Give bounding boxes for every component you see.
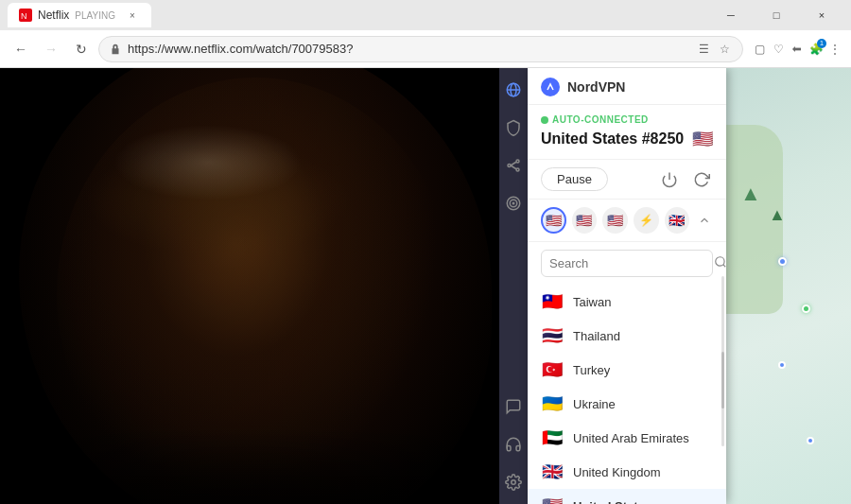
url-text: https://www.netflix.com/watch/70079583? <box>128 42 353 56</box>
map-background: ▲ ▲ <box>726 68 851 504</box>
flag-turkey: 🇹🇷 <box>541 359 564 380</box>
svg-point-6 <box>516 168 519 171</box>
map-dot-blue-1 <box>778 257 787 266</box>
status-dot <box>541 116 548 124</box>
svg-text:N: N <box>21 11 27 20</box>
tab-subtitle: PLAYING <box>75 10 115 21</box>
panel-scrollbar[interactable] <box>721 276 724 446</box>
refresh-icon[interactable] <box>690 168 713 191</box>
power-icon[interactable] <box>658 168 681 191</box>
list-item[interactable]: 🇦🇪 United Arab Emirates <box>528 421 726 455</box>
svg-line-7 <box>511 162 516 165</box>
sidebar-chat-icon[interactable] <box>503 396 524 417</box>
back-button[interactable]: ← <box>8 36 34 62</box>
svg-line-8 <box>511 165 516 169</box>
browser-chrome: N Netflix PLAYING × ─ □ × ← → ↻ https://… <box>0 0 851 68</box>
flag-taiwan: 🇹🇼 <box>541 291 564 312</box>
server-name: United States #8250 <box>541 130 684 148</box>
svg-point-15 <box>716 257 724 266</box>
list-item[interactable]: 🇺🇸 United States <box>528 489 726 504</box>
list-item[interactable]: 🇹🇼 Taiwan <box>528 285 726 319</box>
map-dot-green <box>802 304 810 313</box>
quick-connect-us3[interactable]: 🇺🇸 <box>602 207 628 234</box>
list-item[interactable]: 🇺🇦 Ukraine <box>528 387 726 421</box>
scrollbar-thumb[interactable] <box>721 352 724 408</box>
map-area: ▲ ▲ <box>726 68 851 504</box>
refresh-button[interactable]: ↻ <box>68 36 95 62</box>
address-bar-icons: ☰ ☆ <box>695 41 733 58</box>
quick-connect-row: 🇺🇸 🇺🇸 🇺🇸 ⚡ 🇬🇧 <box>528 200 726 242</box>
search-box[interactable] <box>541 250 713 277</box>
nordvpn-logo <box>541 78 560 96</box>
search-icon[interactable] <box>714 255 726 271</box>
map-dot-blue-3 <box>807 437 814 444</box>
close-button[interactable]: × <box>800 0 843 30</box>
flag-us: 🇺🇸 <box>541 495 564 504</box>
lock-icon <box>109 43 122 56</box>
menu-icon[interactable]: ⋮ <box>826 41 843 58</box>
tab-favicon: N <box>19 9 32 22</box>
sidebar-settings-icon[interactable] <box>503 472 524 493</box>
minimize-button[interactable]: ─ <box>709 0 753 30</box>
svg-point-5 <box>516 160 519 163</box>
list-item[interactable]: 🇹🇷 Turkey <box>528 353 726 387</box>
navigation-bar: ← → ↻ https://www.netflix.com/watch/7007… <box>0 30 851 68</box>
window-controls: ─ □ × <box>709 0 843 30</box>
quick-connect-expand[interactable] <box>695 211 713 230</box>
list-item[interactable]: 🇬🇧 United Kingdom <box>528 455 726 489</box>
flag-ukraine: 🇺🇦 <box>541 393 564 414</box>
list-item[interactable]: 🇹🇭 Thailand <box>528 319 726 353</box>
share-icon[interactable]: ⬆ <box>789 41 806 58</box>
tree-icon-1: ▲ <box>740 182 761 206</box>
flag-uae: 🇦🇪 <box>541 427 564 448</box>
sidebar-nodes-icon[interactable] <box>503 155 524 176</box>
tab-close-button[interactable]: × <box>125 8 140 23</box>
quick-connect-us2[interactable]: 🇺🇸 <box>572 207 598 234</box>
quick-connect-lightning[interactable]: ⚡ <box>634 207 659 234</box>
quick-connect-us1[interactable]: 🇺🇸 <box>541 207 566 234</box>
maximize-button[interactable]: □ <box>755 0 798 30</box>
nordvpn-sidebar <box>499 68 528 504</box>
flag-thailand: 🇹🇭 <box>541 325 564 346</box>
action-row: Pause <box>528 160 726 200</box>
tab-title: Netflix <box>38 9 69 22</box>
tree-icon-2: ▲ <box>769 205 786 225</box>
screenshot-icon[interactable]: ▢ <box>751 41 768 58</box>
svg-point-12 <box>512 480 516 485</box>
reader-icon[interactable]: ☰ <box>695 41 712 58</box>
auto-connected-badge: AUTO-CONNECTED <box>541 114 713 125</box>
panel-header: NordVPN <box>528 68 726 105</box>
connection-section: AUTO-CONNECTED United States #8250 🇺🇸 <box>528 105 726 160</box>
sidebar-shield-icon[interactable] <box>503 117 524 138</box>
nav-right-buttons: ▢ ♡ ⬆ 🧩 1 ⋮ <box>751 41 843 58</box>
address-bar[interactable]: https://www.netflix.com/watch/70079583? … <box>98 36 743 62</box>
svg-line-16 <box>723 265 726 268</box>
panel-title: NordVPN <box>567 79 625 95</box>
server-name-row: United States #8250 🇺🇸 <box>541 129 713 149</box>
favorites-icon[interactable]: ♡ <box>770 41 787 58</box>
sidebar-globe-icon[interactable] <box>503 79 524 100</box>
sidebar-target-icon[interactable] <box>503 193 524 214</box>
country-name-thailand: Thailand <box>573 329 620 343</box>
sidebar-headset-icon[interactable] <box>503 434 524 455</box>
country-list: 🇹🇼 Taiwan 🇹🇭 Thailand 🇹🇷 Turkey 🇺🇦 Ukrai… <box>528 285 726 504</box>
browser-tab[interactable]: N Netflix PLAYING × <box>8 3 151 27</box>
search-input[interactable] <box>549 256 708 270</box>
country-name-us: United States <box>573 499 651 505</box>
bookmark-icon[interactable]: ☆ <box>716 41 733 58</box>
country-name-uae: United Arab Emirates <box>573 431 689 445</box>
extensions-icon[interactable]: 🧩 1 <box>808 41 825 58</box>
country-name-ukraine: Ukraine <box>573 397 616 411</box>
quick-connect-uk[interactable]: 🇬🇧 <box>665 207 690 234</box>
svg-point-13 <box>544 80 557 94</box>
svg-point-4 <box>508 165 511 167</box>
flag-uk: 🇬🇧 <box>541 461 564 482</box>
forward-button[interactable]: → <box>38 36 64 62</box>
server-flag: 🇺🇸 <box>692 129 713 149</box>
country-name-turkey: Turkey <box>573 363 610 377</box>
svg-point-11 <box>512 202 514 204</box>
main-content: NordVPN AUTO-CONNECTED United States #82… <box>0 68 851 504</box>
map-dot-blue-2 <box>778 361 786 369</box>
country-name-uk: United Kingdom <box>573 465 661 479</box>
pause-button[interactable]: Pause <box>541 167 608 191</box>
